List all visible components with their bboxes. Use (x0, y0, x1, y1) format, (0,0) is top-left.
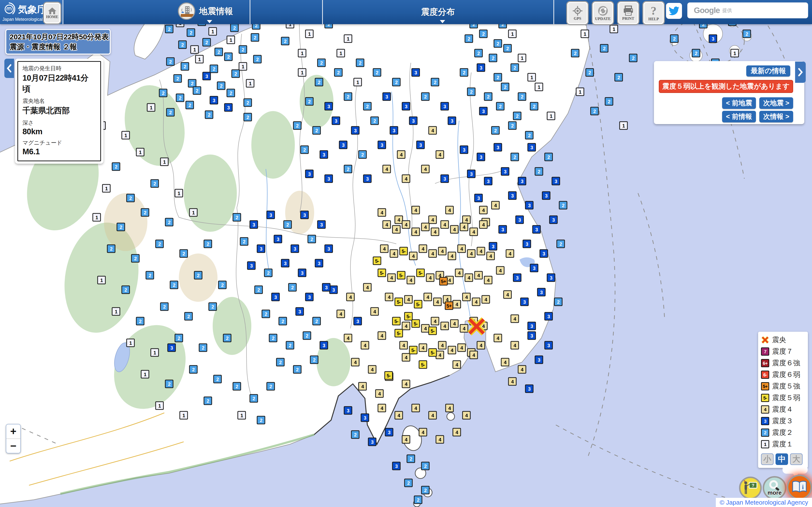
intensity-marker: 2 (600, 44, 609, 53)
intensity-marker: 4 (402, 353, 410, 362)
intensity-marker: 4 (448, 346, 456, 354)
intensity-marker: 4 (506, 249, 514, 258)
intensity-marker: 4 (477, 247, 485, 256)
help-button[interactable]: ? HELP (642, 1, 665, 25)
intensity-marker: 2 (204, 397, 212, 405)
intensity-marker: 3 (532, 225, 541, 234)
panel-collapse-tab[interactable] (795, 62, 806, 83)
google-provided-label: 提供 (722, 7, 732, 14)
more-links-button[interactable]: more (763, 476, 786, 500)
intensity-marker: 3 (300, 211, 309, 219)
intensity-marker: 3 (545, 341, 553, 350)
intensity-marker: 2 (491, 126, 500, 135)
nav-intensity-distribution-caret-icon[interactable] (440, 20, 445, 23)
intensity-marker: 2 (257, 416, 265, 425)
intensity-marker: 3 (322, 283, 331, 292)
quiz-glyph: ? (744, 480, 745, 483)
intensity-marker: 4 (397, 151, 406, 159)
intensity-marker: 4 (402, 380, 410, 388)
legend-swatch: 5+ (761, 382, 769, 390)
intensity-marker: 4 (370, 307, 379, 316)
latest-info-button[interactable]: 最新の情報 (746, 65, 790, 76)
intensity-marker: 2 (199, 344, 207, 352)
twitter-button[interactable] (666, 3, 682, 19)
gps-button[interactable]: GPS (566, 1, 589, 25)
nav-earthquake-info-caret-icon[interactable] (207, 20, 212, 23)
intensity-marker: 1 (102, 184, 111, 193)
card-collapse-tab[interactable] (4, 59, 14, 78)
intensity-marker: 3 (479, 107, 488, 115)
epicenter-marker (466, 316, 487, 337)
nav-earthquake-info[interactable]: 地震情報 (178, 2, 233, 20)
header-divider (63, 0, 63, 24)
legend-row: 4震度４ (761, 404, 805, 415)
zoom-in-button[interactable]: + (6, 425, 20, 439)
printer-icon (623, 6, 634, 16)
intensity-marker: 4 (424, 293, 432, 301)
intensity-marker: 4 (421, 165, 430, 173)
intensity-marker: 3 (527, 143, 536, 152)
intensity-marker: 5- (428, 327, 437, 335)
intensity-marker: 4 (383, 220, 391, 229)
intensity-marker: 2 (484, 93, 493, 101)
intensity-marker: 2 (414, 496, 422, 504)
header-bar: 気象庁 Japan Meteorological Agency HOME (0, 0, 812, 24)
intensity-marker: 1 (298, 49, 306, 57)
intensity-marker: 1 (195, 55, 204, 63)
intensity-marker: 4 (378, 332, 386, 340)
intensity-marker: 5- (412, 320, 420, 328)
update-button[interactable]: UPDATE (592, 1, 614, 25)
nav-intensity-distribution[interactable]: 震度分布 (421, 6, 455, 18)
intensity-marker: 2 (244, 113, 252, 121)
intensity-alert-banner[interactable]: 震度５弱以上を観測した地震があります (659, 80, 793, 93)
intensity-marker: 3 (344, 406, 352, 415)
intensity-marker: 1 (239, 62, 247, 71)
intensity-marker: 4 (450, 320, 459, 328)
intensity-marker: 2 (254, 286, 263, 294)
intensity-marker: 4 (453, 360, 461, 369)
intensity-marker: 1 (209, 27, 217, 36)
intensity-marker: 3 (329, 286, 338, 294)
epicenter-name-row: 震央地名 千葉県北西部 (22, 97, 96, 116)
intensity-marker: 3 (523, 240, 531, 248)
intensity-marker: 4 (380, 244, 389, 253)
jma-logo-icon (3, 2, 16, 15)
legend-row: 3震度３ (761, 415, 805, 427)
more-label: more (767, 489, 782, 496)
intensity-marker: 2 (421, 462, 430, 470)
zoom-out-button[interactable]: − (6, 439, 20, 453)
intensity-marker: 2 (250, 394, 258, 403)
map-size-button-大[interactable]: 大 (790, 453, 803, 465)
quiz-button[interactable]: ? ? (739, 476, 762, 499)
map-size-button-中[interactable]: 中 (775, 453, 788, 465)
intensity-marker: 2 (692, 49, 700, 57)
copyright-strip: © Japan Meteorological Agency (716, 498, 812, 507)
intensity-marker: 2 (513, 112, 521, 120)
prev-info-button[interactable]: < 前情報 (722, 111, 756, 122)
print-button[interactable]: PRINT (617, 1, 640, 25)
intensity-marker: 2 (344, 165, 352, 173)
next-earthquake-button[interactable]: 次地震 > (759, 97, 793, 109)
intensity-marker: 2 (266, 382, 275, 391)
intensity-marker: 3 (210, 96, 218, 105)
map-size-button-小[interactable]: 小 (761, 453, 773, 465)
intensity-marker: 2 (467, 88, 475, 96)
intensity-marker: 4 (438, 247, 447, 256)
intensity-marker: 5- (414, 300, 422, 308)
prev-earthquake-button[interactable]: < 前地震 (722, 97, 756, 109)
legend-row: 5-震度５弱 (761, 392, 805, 404)
intensity-marker: 4 (409, 252, 418, 260)
intensity-marker: 1 (298, 68, 306, 77)
intensity-marker: 3 (525, 201, 534, 210)
intensity-marker: 4 (412, 404, 420, 412)
home-button[interactable]: HOME (43, 2, 61, 24)
next-info-button[interactable]: 次情報 > (759, 111, 793, 122)
intensity-marker: 2 (253, 55, 262, 63)
intensity-marker: 1 (619, 121, 628, 130)
info-book-button[interactable]: i (787, 475, 812, 500)
google-search-input[interactable]: Google 提供 (687, 2, 808, 18)
intensity-marker: 3 (542, 191, 551, 200)
depth-value: 80km (22, 127, 96, 136)
intensity-marker: 3 (552, 177, 560, 185)
nav-intensity-distribution-label: 震度分布 (421, 6, 455, 18)
